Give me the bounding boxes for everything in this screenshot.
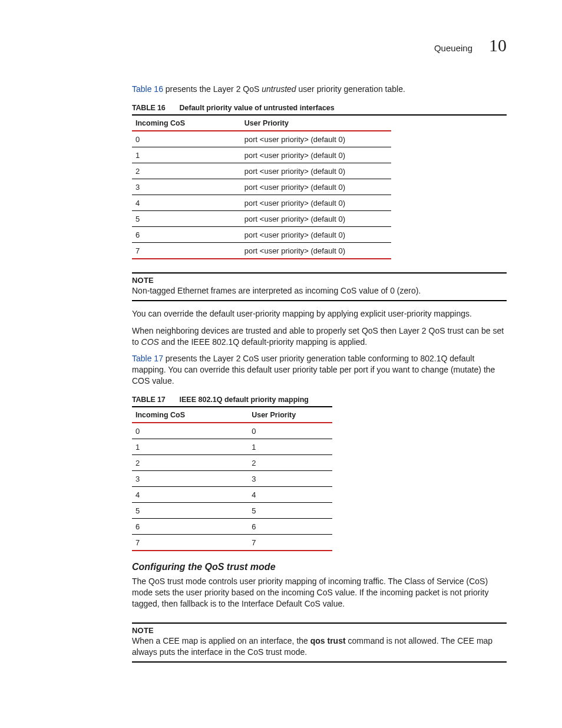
- table-cell: port <user priority> (default 0): [241, 226, 391, 242]
- table-cell: port <user priority> (default 0): [241, 195, 391, 210]
- text: When a CEE map is applied on an interfac…: [132, 636, 310, 645]
- table17-caption: IEEE 802.1Q default priority mapping: [180, 396, 309, 404]
- paragraph-qos-trust-desc: The QoS trust mode controls user priorit…: [132, 576, 507, 610]
- table-cell: 0: [132, 131, 241, 147]
- table-row: 0port <user priority> (default 0): [132, 131, 391, 147]
- table-cell: 7: [248, 535, 332, 551]
- table-cell: 6: [248, 519, 332, 535]
- subheading-qos-trust: Configuring the QoS trust mode: [132, 562, 507, 572]
- table17-body: 0011223344556677: [132, 423, 332, 551]
- table-cell: 4: [132, 195, 241, 210]
- table16-label: TABLE 16: [132, 104, 166, 112]
- table-row: 5port <user priority> (default 0): [132, 210, 391, 226]
- table-cell: port <user priority> (default 0): [241, 131, 391, 147]
- table-cell: 2: [248, 455, 332, 471]
- table-row: 2port <user priority> (default 0): [132, 163, 391, 179]
- table16-xref[interactable]: Table 16: [132, 84, 163, 94]
- table-row: 33: [132, 471, 332, 487]
- page: Queueing 10 Table 16 presents the Layer …: [0, 0, 562, 728]
- table17-col2-header: User Priority: [248, 407, 332, 423]
- table-row: 11: [132, 439, 332, 455]
- table-cell: 1: [248, 439, 332, 455]
- text: presents the Layer 2 CoS user priority g…: [132, 354, 495, 386]
- table-cell: 1: [132, 439, 248, 455]
- note2-body: When a CEE map is applied on an interfac…: [132, 635, 507, 658]
- table-cell: 0: [248, 423, 332, 439]
- text: and the IEEE 802.1Q default-priority map…: [159, 337, 367, 347]
- table-row: 22: [132, 455, 332, 471]
- table-cell: port <user priority> (default 0): [241, 179, 391, 195]
- table-cell: 5: [132, 210, 241, 226]
- table-row: 66: [132, 519, 332, 535]
- note2-block: NOTE When a CEE map is applied on an int…: [132, 622, 507, 663]
- table-cell: 0: [132, 423, 248, 439]
- table-cell: 3: [248, 471, 332, 487]
- table-row: 77: [132, 535, 332, 551]
- table-cell: 3: [132, 471, 248, 487]
- table-row: 44: [132, 487, 332, 503]
- note1-block: NOTE Non-tagged Ethernet frames are inte…: [132, 272, 507, 301]
- table17: Incoming CoS User Priority 0011223344556…: [132, 407, 332, 551]
- table-cell: 4: [132, 487, 248, 503]
- table-row: 1port <user priority> (default 0): [132, 147, 391, 163]
- table-row: 4port <user priority> (default 0): [132, 195, 391, 210]
- table-row: 00: [132, 423, 332, 439]
- table-cell: port <user priority> (default 0): [241, 242, 391, 259]
- paragraph-table17-intro: Table 17 presents the Layer 2 CoS user p…: [132, 353, 507, 387]
- table-row: 6port <user priority> (default 0): [132, 226, 391, 242]
- table-cell: port <user priority> (default 0): [241, 147, 391, 163]
- table-cell: 6: [132, 519, 248, 535]
- table-row: 55: [132, 503, 332, 519]
- table-cell: port <user priority> (default 0): [241, 210, 391, 226]
- note1-label: NOTE: [132, 276, 507, 285]
- table16: Incoming CoS User Priority 0port <user p…: [132, 116, 391, 259]
- intro-paragraph: Table 16 presents the Layer 2 QoS untrus…: [132, 84, 507, 95]
- italic-untrusted: untrusted: [262, 84, 296, 94]
- table16-body: 0port <user priority> (default 0)1port <…: [132, 131, 391, 259]
- table16-caption: Default priority value of untrusted inte…: [180, 104, 335, 112]
- table-cell: 2: [132, 455, 248, 471]
- table-cell: 5: [248, 503, 332, 519]
- paragraph-trust: When neighboring devices are trusted and…: [132, 325, 507, 348]
- text: presents the Layer 2 QoS: [163, 84, 262, 94]
- text: user priority generation table.: [296, 84, 405, 94]
- table-cell: 5: [132, 503, 248, 519]
- table-cell: 1: [132, 147, 241, 163]
- table17-col1-header: Incoming CoS: [132, 407, 248, 423]
- table17-xref[interactable]: Table 17: [132, 354, 163, 363]
- table-cell: 3: [132, 179, 241, 195]
- table-cell: 6: [132, 226, 241, 242]
- table17-label: TABLE 17: [132, 396, 166, 404]
- table17-title: TABLE 17IEEE 802.1Q default priority map…: [132, 395, 332, 407]
- table-cell: 4: [248, 487, 332, 503]
- header-chapter-number: 10: [489, 35, 507, 55]
- table-cell: 2: [132, 163, 241, 179]
- table-cell: 7: [132, 535, 248, 551]
- table-row: 3port <user priority> (default 0): [132, 179, 391, 195]
- paragraph-override: You can override the default user-priori…: [132, 308, 507, 319]
- table16-title: TABLE 16Default priority value of untrus…: [132, 103, 507, 116]
- note2-label: NOTE: [132, 626, 507, 635]
- table-row: 7port <user priority> (default 0): [132, 242, 391, 259]
- inline-command-qos-trust: qos trust: [310, 636, 346, 645]
- table-cell: port <user priority> (default 0): [241, 163, 391, 179]
- table-cell: 7: [132, 242, 241, 259]
- table16-col1-header: Incoming CoS: [132, 116, 241, 131]
- running-header: Queueing 10: [132, 35, 507, 55]
- table16-col2-header: User Priority: [241, 116, 391, 131]
- italic-cos: COS: [141, 337, 159, 347]
- header-section: Queueing: [434, 43, 472, 53]
- note1-body: Non-tagged Ethernet frames are interpret…: [132, 285, 507, 297]
